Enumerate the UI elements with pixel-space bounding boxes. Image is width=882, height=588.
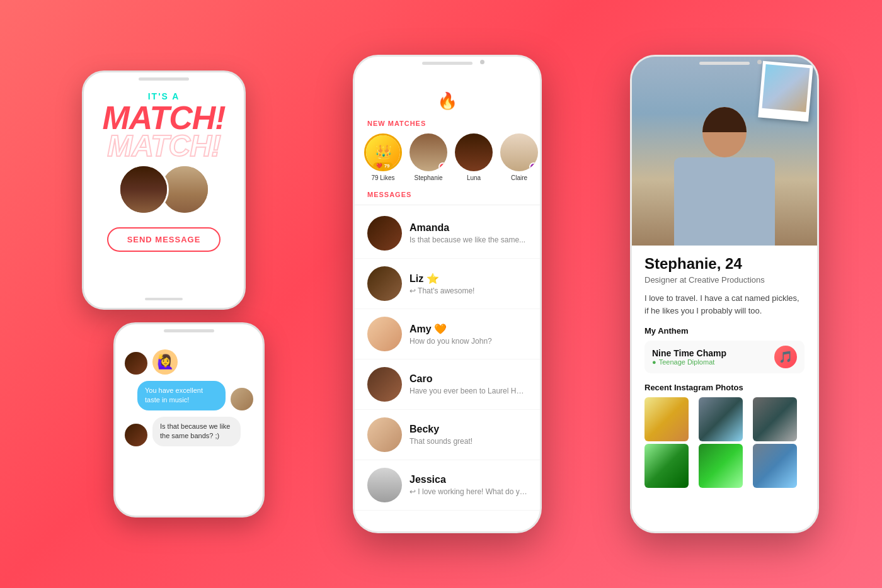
chat-bubble-blue: You have excellent taste in music! [137,381,226,410]
chat-area: 🙋‍♀️ You have excellent taste in music! … [125,349,253,446]
msg-name-row-caro: Caro [410,373,527,385]
instagram-photo-1[interactable] [644,397,689,441]
bitmoji: 🙋‍♀️ [152,349,178,375]
msg-content-amanda: Amanda Is that because we like the same.… [410,222,527,244]
match-avatars [118,164,210,215]
msg-name-becky: Becky [410,424,439,435]
msg-name-row-amanda: Amanda [410,222,527,234]
anthem-row[interactable]: Nine Time Champ ● Teenage Diplomat 🎵 [644,341,805,373]
msg-name-liz: Liz ⭐ [410,273,439,285]
match-name-claire: Claire [511,174,527,181]
msg-avatar-amanda [367,216,402,251]
tinder-logo: 🔥 [438,91,457,110]
msg-content-jessica: Jessica ↩ I love working here! What do y… [410,474,527,496]
msg-item-caro[interactable]: Caro Have you ever been to Laurel Har... [355,359,540,410]
phone-notch-right [699,62,750,65]
msg-preview-amy: How do you know John? [410,337,527,346]
anthem-section-title: My Anthem [644,326,805,336]
msg-name-amanda: Amanda [410,222,449,234]
chat-avatar-1 [125,352,147,375]
msg-preview-jessica: ↩ I love working here! What do you... [410,487,527,496]
profile-info: Stephanie, 24 Designer at Creative Produ… [632,246,817,497]
msg-name-amy: Amy 🧡 [410,323,447,335]
match-circle-claire [500,133,538,171]
chat-avatar-female [125,424,147,446]
msg-name-jessica: Jessica [410,474,446,485]
msg-avatar-amy [367,317,402,351]
send-message-button[interactable]: SEND MESSAGE [107,227,221,252]
phone-profile: Stephanie, 24 Designer at Creative Produ… [630,55,819,533]
match-item-luna[interactable]: Luna [455,133,493,181]
chat-row-left-1: 🙋‍♀️ [125,349,253,375]
msg-item-liz[interactable]: Liz ⭐ ↩ That's awesome! [355,259,540,309]
msg-name-row-amy: Amy 🧡 [410,323,527,335]
phone-chat: 🙋‍♀️ You have excellent taste in music! … [113,322,265,517]
msg-name-row-liz: Liz ⭐ [410,273,527,285]
msg-preview-becky: That sounds great! [410,437,527,446]
profile-photo [632,57,817,246]
match-dot-purple [529,162,538,171]
phone-notch-chat [164,329,214,332]
messages-label: MESSAGES [355,191,540,205]
phone-match: IT'S A MATCH! MATCH! SEND MESSAGE [82,71,246,310]
home-bar [145,298,183,300]
phone-messages-list: 🔥 NEW MATCHES 👑 ❤️ 79 79 Likes Stephanie [353,55,542,533]
msg-item-amy[interactable]: Amy 🧡 How do you know John? [355,309,540,359]
msg-name-row-jessica: Jessica [410,474,527,485]
msg-item-becky[interactable]: Becky That sounds great! [355,410,540,460]
left-phone-group: IT'S A MATCH! MATCH! SEND MESSAGE [63,71,265,517]
msg-preview-liz: ↩ That's awesome! [410,286,527,295]
instagram-photo-4[interactable] [644,444,689,488]
msg-item-amanda[interactable]: Amanda Is that because we like the same.… [355,208,540,259]
match-circle-stephanie [410,133,447,171]
msg-content-caro: Caro Have you ever been to Laurel Har... [410,373,527,395]
chat-screen: 🙋‍♀️ You have excellent taste in music! … [115,324,263,516]
instagram-photo-6[interactable] [753,444,797,488]
anthem-song: Nine Time Champ [652,348,726,358]
match-item-likes[interactable]: 👑 ❤️ 79 79 Likes [364,133,402,181]
match-dot-red [438,162,447,171]
chat-bubble-gray: Is that because we like the same bands? … [152,417,241,446]
anthem-disc-icon: 🎵 [774,346,797,368]
match-item-stephanie[interactable]: Stephanie [410,133,447,181]
green-dot-icon: ● [652,358,656,366]
instagram-photo-5[interactable] [699,444,743,488]
phone-notch [139,77,189,81]
msg-content-liz: Liz ⭐ ↩ That's awesome! [410,273,527,295]
chat-avatar-male [231,388,253,410]
anthem-artist: ● Teenage Diplomat [652,358,726,366]
main-scene: IT'S A MATCH! MATCH! SEND MESSAGE [0,0,882,588]
instagram-photo-2[interactable] [699,397,743,441]
match-circle-luna [455,133,493,171]
msg-name-row-becky: Becky [410,424,527,435]
camera-dot-right [757,60,762,64]
msg-item-jessica[interactable]: Jessica ↩ I love working here! What do y… [355,460,540,511]
phone-notch-middle [422,62,472,65]
divider-1 [355,205,540,205]
messages-screen: 🔥 NEW MATCHES 👑 ❤️ 79 79 Likes Stephanie [355,57,540,531]
msg-avatar-becky [367,417,402,452]
match-title-shadow: MATCH! [107,134,220,158]
instagram-grid [644,397,805,488]
msg-avatar-caro [367,367,402,402]
profile-screen: Stephanie, 24 Designer at Creative Produ… [632,57,817,531]
profile-bio: I love to travel. I have a cat named pic… [644,292,805,317]
msg-avatar-liz [367,266,402,301]
match-name-stephanie: Stephanie [414,174,442,181]
msg-preview-caro: Have you ever been to Laurel Har... [410,387,527,395]
chat-row-right: You have excellent taste in music! [125,381,253,410]
instagram-photo-3[interactable] [753,397,797,441]
msg-preview-amanda: Is that because we like the same... [410,235,527,244]
match-item-claire[interactable]: Claire [500,133,538,181]
match-screen: IT'S A MATCH! MATCH! SEND MESSAGE [84,72,244,308]
new-matches-row: 👑 ❤️ 79 79 Likes Stephanie [355,133,540,191]
instagram-title: Recent Instagram Photos [644,383,805,392]
camera-dot [480,60,484,64]
msg-content-becky: Becky That sounds great! [410,424,527,446]
match-circle-likes: 👑 ❤️ 79 [364,133,402,171]
new-matches-label: NEW MATCHES [355,120,540,133]
match-avatar-female [118,164,169,215]
profile-job: Designer at Creative Productions [644,275,805,285]
profile-name: Stephanie, 24 [644,255,805,273]
msg-avatar-jessica [367,468,402,502]
